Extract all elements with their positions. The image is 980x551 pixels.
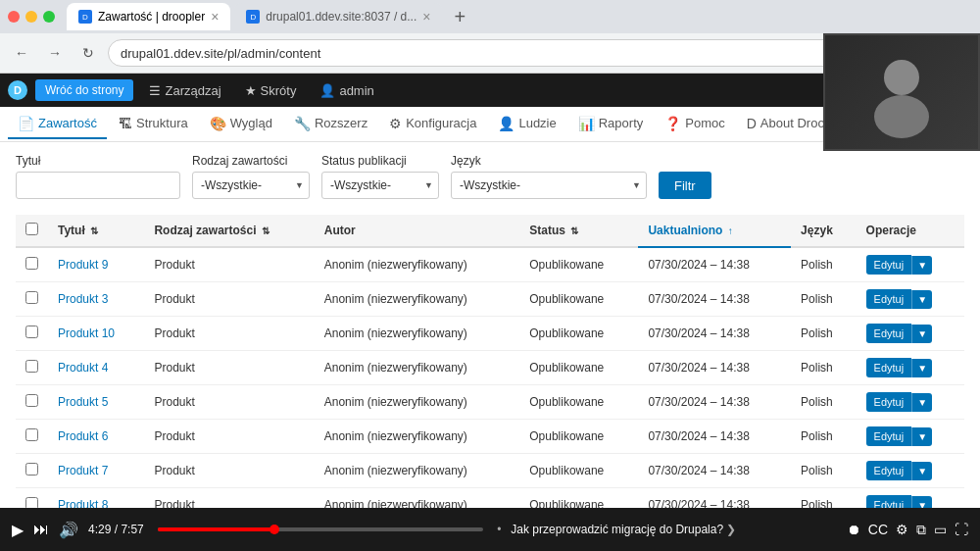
captions-icon[interactable]: CC — [868, 522, 888, 537]
status-column-header: Status ⇅ — [519, 215, 638, 247]
tab-close-1[interactable]: × — [211, 9, 219, 25]
edit-button-6[interactable]: Edytuj — [866, 461, 912, 480]
status-sort-icon[interactable]: ⇅ — [570, 225, 578, 236]
row-checkbox-2[interactable] — [25, 326, 38, 338]
row-checkbox-6[interactable] — [25, 463, 38, 476]
edit-dropdown-5[interactable]: ▼ — [911, 427, 932, 446]
row-checkbox-4[interactable] — [25, 394, 38, 407]
edit-dropdown-1[interactable]: ▼ — [911, 290, 932, 309]
video-icons: ⏺ CC ⚙ ⧉ ▭ ⛶ — [847, 522, 968, 538]
forward-button[interactable]: → — [41, 39, 69, 67]
edit-button-group-2: Edytuj ▼ — [866, 324, 955, 343]
content-icon: 📄 — [18, 116, 34, 131]
edit-button-0[interactable]: Edytuj — [866, 255, 912, 275]
reload-button[interactable]: ↻ — [74, 39, 102, 67]
nav-item-reports[interactable]: 📊 Raporty — [568, 110, 654, 139]
close-window-button[interactable] — [8, 11, 20, 23]
edit-dropdown-6[interactable]: ▼ — [911, 462, 932, 480]
row-author-cell: Anonim (niezweryfikowany) — [315, 351, 519, 385]
nav-item-structure[interactable]: 🏗 Struktura — [109, 110, 198, 139]
tab-1[interactable]: D Zawartość | droopler × — [67, 3, 230, 30]
row-status-cell: Opublikowane — [519, 282, 638, 317]
admin-menu-item[interactable]: 👤 admin — [312, 79, 381, 102]
table-row: Produkt 4 Produkt Anonim (niezweryfikowa… — [16, 351, 964, 385]
row-checkbox-3[interactable] — [25, 360, 38, 373]
type-filter-select[interactable]: -Wszystkie- — [192, 172, 310, 199]
fullscreen-icon[interactable]: ⛶ — [955, 522, 968, 537]
language-filter-select[interactable]: -Wszystkie- — [451, 172, 647, 199]
nav-label-help: Pomoc — [685, 116, 724, 130]
edit-button-2[interactable]: Edytuj — [866, 324, 912, 343]
title-sort-icon[interactable]: ⇅ — [90, 225, 98, 236]
nav-item-help[interactable]: ❓ Pomoc — [655, 110, 734, 139]
play-circle-icon[interactable]: ⏺ — [847, 522, 860, 537]
row-author-cell: Anonim (niezweryfikowany) — [315, 385, 519, 420]
status-filter-group: Status publikacji -Wszystkie- — [321, 154, 439, 199]
row-checkbox-1[interactable] — [25, 291, 38, 304]
edit-dropdown-2[interactable]: ▼ — [911, 325, 932, 343]
row-title-link-6[interactable]: Produkt 7 — [58, 464, 108, 477]
nav-item-appearance[interactable]: 🎨 Wygląd — [200, 110, 282, 139]
nav-label-config: Konfiguracja — [406, 116, 476, 130]
filter-button[interactable]: Filtr — [659, 172, 711, 199]
miniplayer-icon[interactable]: ⧉ — [916, 522, 926, 538]
row-author-cell: Anonim (niezweryfikowany) — [315, 317, 519, 351]
row-type-cell: Produkt — [144, 247, 314, 282]
edit-dropdown-0[interactable]: ▼ — [911, 256, 932, 275]
edit-button-5[interactable]: Edytuj — [866, 426, 912, 446]
row-title-link-3[interactable]: Produkt 4 — [58, 361, 108, 375]
nav-item-people[interactable]: 👤 Ludzie — [488, 110, 565, 139]
row-title-link-2[interactable]: Produkt 10 — [58, 326, 115, 340]
back-button[interactable]: ← — [8, 39, 35, 67]
updated-sort-icon[interactable]: ↑ — [728, 225, 733, 236]
row-author-cell: Anonim (niezweryfikowany) — [315, 282, 519, 317]
table-row: Produkt 10 Produkt Anonim (niezweryfikow… — [16, 317, 964, 351]
edit-button-1[interactable]: Edytuj — [866, 289, 912, 309]
row-title-link-4[interactable]: Produkt 5 — [58, 395, 108, 409]
title-column-header: Tytuł ⇅ — [48, 215, 144, 247]
language-filter-group: Język -Wszystkie- — [451, 154, 647, 199]
settings-icon[interactable]: ⚙ — [896, 522, 908, 537]
row-checkbox-0[interactable] — [25, 257, 38, 270]
webcam-overlay — [823, 33, 980, 151]
row-title-link-5[interactable]: Produkt 6 — [58, 429, 108, 443]
edit-dropdown-3[interactable]: ▼ — [911, 359, 932, 377]
status-filter-select[interactable]: -Wszystkie- — [321, 172, 439, 199]
tab-favicon-2: D — [246, 10, 260, 24]
edit-button-4[interactable]: Edytuj — [866, 392, 912, 412]
row-checkbox-cell — [16, 247, 48, 282]
extend-icon: 🔧 — [294, 116, 311, 131]
main-content: Tytuł Rodzaj zawartości -Wszystkie- Stat… — [0, 142, 980, 551]
row-title-link-0[interactable]: Produkt 9 — [58, 258, 108, 272]
select-all-checkbox[interactable] — [25, 223, 38, 235]
type-sort-icon[interactable]: ⇅ — [262, 225, 270, 236]
minimize-window-button[interactable] — [25, 11, 37, 23]
nav-item-extend[interactable]: 🔧 Rozszerz — [284, 110, 377, 139]
new-tab-button[interactable]: + — [446, 3, 473, 30]
table-row: Produkt 6 Produkt Anonim (niezweryfikowa… — [16, 420, 964, 454]
url-bar[interactable]: drupal01.ddev.site/pl/admin/content — [108, 39, 837, 67]
video-player-bar: ▶ ⏭ 🔊 4:29 / 7:57 • Jak przeprowadzić mi… — [0, 508, 980, 551]
edit-dropdown-4[interactable]: ▼ — [911, 393, 932, 412]
tab-2[interactable]: D drupal01.ddev.site:8037 / d... × — [234, 3, 442, 30]
edit-button-group-3: Edytuj ▼ — [866, 358, 955, 377]
type-filter-group: Rodzaj zawartości -Wszystkie- — [192, 154, 310, 199]
edit-button-3[interactable]: Edytuj — [866, 358, 912, 377]
tab-close-2[interactable]: × — [422, 9, 430, 25]
volume-icon[interactable]: 🔊 — [59, 521, 78, 539]
title-filter-input[interactable] — [16, 172, 180, 199]
row-title-cell: Produkt 10 — [48, 317, 144, 351]
nav-item-config[interactable]: ⚙ Konfiguracja — [379, 110, 486, 139]
play-button[interactable]: ▶ — [12, 521, 24, 539]
row-title-link-1[interactable]: Produkt 3 — [58, 292, 108, 306]
row-updated-cell: 07/30/2024 – 14:38 — [638, 420, 791, 454]
row-checkbox-5[interactable] — [25, 428, 38, 441]
next-button[interactable]: ⏭ — [33, 521, 49, 538]
theater-icon[interactable]: ▭ — [934, 522, 947, 537]
back-to-site-button[interactable]: Wróć do strony — [35, 79, 133, 101]
shortcuts-menu-item[interactable]: ★ Skróty — [237, 79, 305, 102]
progress-bar[interactable] — [158, 527, 483, 531]
maximize-window-button[interactable] — [43, 11, 55, 23]
nav-item-content[interactable]: 📄 Zawartość — [8, 110, 107, 139]
manage-menu-item[interactable]: ☰ Zarządzaj — [141, 79, 228, 102]
